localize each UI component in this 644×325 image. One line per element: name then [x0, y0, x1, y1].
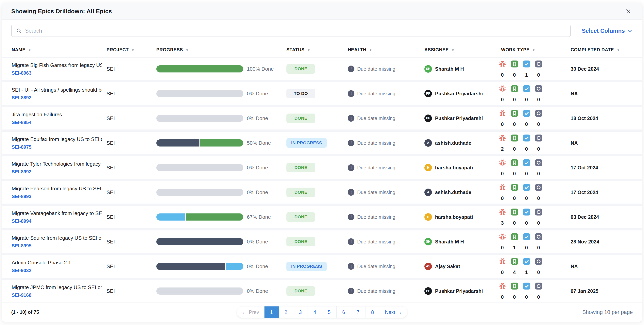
project-cell: SEI: [106, 115, 156, 121]
due-date-alert-icon: !: [348, 90, 354, 97]
due-date-alert-icon: !: [348, 238, 354, 245]
completed-date-cell: 18 Oct 2024: [571, 115, 642, 121]
project-cell: SEI: [106, 91, 156, 97]
health-text: Due date missing: [357, 165, 395, 171]
column-header-assignee[interactable]: ASSIGNEE: [424, 47, 496, 52]
page-button-5[interactable]: 5: [322, 307, 337, 318]
progress-bar: [156, 263, 243, 270]
progress-bar: [156, 115, 243, 122]
due-date-alert-icon: !: [348, 140, 354, 146]
table-row: Admin Console Phase 2.1 SEI-9032 SEI 0% …: [2, 255, 642, 278]
epic-name: Migrate Equifax from legacy US to SEI on…: [12, 136, 102, 142]
epic-id-link[interactable]: SEI-8892: [12, 95, 32, 100]
column-header-project[interactable]: PROJECT: [106, 47, 156, 52]
close-icon: [625, 8, 632, 14]
epic-name: Migrate Squire from legacy US to SEI on …: [12, 235, 102, 241]
column-header-health[interactable]: HEALTH: [348, 47, 424, 52]
progress-segment-gray: [156, 164, 243, 171]
progress-label: 0% Done: [247, 165, 268, 171]
task-icon: [523, 60, 530, 68]
pagination: ← Prev 12345678 Next →: [236, 306, 408, 318]
progress-bar: [156, 90, 243, 97]
table-row: Migrate Pearson from legacy US to SEI on…: [2, 181, 642, 204]
story-icon: [511, 134, 518, 142]
epic-id-link[interactable]: SEI-8994: [12, 218, 32, 224]
status-badge: DONE: [286, 163, 315, 172]
progress-cell: 0% Done: [156, 164, 286, 171]
task-count: 1: [525, 270, 528, 275]
assignee-cell: SH Sharath M H: [424, 238, 496, 245]
progress-segment-lightblue: [226, 263, 243, 270]
page-button-2[interactable]: 2: [279, 307, 293, 318]
search-box[interactable]: [11, 25, 571, 37]
project-cell: SEI: [106, 165, 156, 171]
column-header-work-type[interactable]: WORK TYPE: [496, 47, 571, 52]
completed-date-cell: NA: [571, 264, 642, 269]
progress-segment-green: [186, 213, 243, 221]
epic-id-link[interactable]: SEI-8995: [12, 243, 32, 249]
select-columns-button[interactable]: Select Columns: [582, 28, 633, 34]
task-count: 0: [525, 171, 528, 177]
page-button-6[interactable]: 6: [337, 307, 351, 318]
avatar: PP: [424, 287, 432, 295]
epic-name: Migrate Tyler Technologies from legacy U…: [12, 161, 102, 167]
page-button-3[interactable]: 3: [293, 307, 308, 318]
epic-id-link[interactable]: SEI-8975: [12, 144, 32, 150]
assignee-cell: H harsha.boyapati: [424, 164, 496, 171]
page-button-1[interactable]: 1: [264, 307, 279, 318]
prev-label: Prev: [249, 310, 259, 315]
other-count: 0: [537, 171, 540, 177]
close-button[interactable]: [624, 7, 633, 15]
search-input[interactable]: [25, 28, 566, 34]
progress-cell: 67% Done: [156, 213, 286, 221]
assignee-name: Pushkar Priyadarshi: [435, 115, 483, 121]
epic-id-link[interactable]: SEI-9032: [12, 268, 32, 273]
epic-id-link[interactable]: SEI-8963: [12, 70, 32, 76]
health-cell: ! Due date missing: [348, 65, 424, 72]
story-icon: [511, 159, 518, 166]
task-icon: [523, 134, 530, 142]
epic-name: Migrate JPMC from legacy US to SEI on Ha…: [12, 284, 102, 291]
progress-label: 0% Done: [247, 239, 268, 245]
story-count: 0: [513, 294, 516, 300]
prev-page-button[interactable]: ← Prev: [237, 307, 264, 318]
avatar: A: [424, 139, 432, 147]
story-icon: [511, 282, 518, 290]
epic-id-link[interactable]: SEI-8854: [12, 120, 32, 125]
progress-cell: 0% Done: [156, 238, 286, 245]
progress-bar: [156, 288, 243, 295]
column-header-progress[interactable]: PROGRESS: [156, 47, 286, 52]
due-date-alert-icon: !: [348, 214, 354, 220]
epic-id-link[interactable]: SEI-9168: [12, 293, 32, 298]
page-button-4[interactable]: 4: [308, 307, 322, 318]
story-count: 0: [513, 97, 516, 102]
bug-icon: [499, 258, 506, 265]
epic-id-link[interactable]: SEI-8993: [12, 194, 32, 199]
bug-icon: [499, 159, 506, 166]
column-header-status[interactable]: STATUS: [286, 47, 348, 52]
health-text: Due date missing: [357, 66, 395, 72]
avatar: A: [424, 189, 432, 196]
story-icon: [511, 258, 518, 265]
sort-icon: [307, 48, 310, 52]
table-row: Migrate Tyler Technologies from legacy U…: [2, 156, 642, 179]
task-count: 0: [525, 195, 528, 201]
health-text: Due date missing: [357, 115, 395, 121]
progress-bar: [156, 164, 243, 171]
epic-id-link[interactable]: SEI-8992: [12, 169, 32, 175]
task-icon: [523, 110, 530, 117]
other-icon: [535, 110, 542, 117]
next-page-button[interactable]: Next →: [380, 307, 407, 318]
work-type-cell: 0 4 1: [496, 258, 571, 275]
page-button-8[interactable]: 8: [366, 307, 380, 318]
page-button-7[interactable]: 7: [351, 307, 366, 318]
assignee-name: ashish.duthade: [435, 140, 471, 146]
progress-segment-gray: [156, 115, 243, 122]
story-icon: [511, 208, 518, 216]
column-header-name[interactable]: NAME: [12, 47, 106, 52]
toolbar: Select Columns: [2, 19, 642, 42]
column-header-completed-date[interactable]: COMPLETED DATE: [571, 47, 642, 52]
progress-bar: [156, 213, 243, 221]
task-count: 0: [525, 294, 528, 300]
sort-icon: [532, 48, 535, 52]
